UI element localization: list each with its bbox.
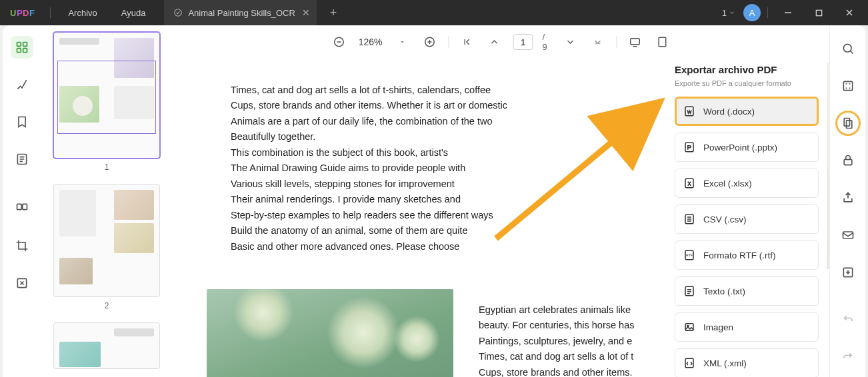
svg-rect-1 <box>816 10 821 15</box>
svg-point-0 <box>175 9 182 17</box>
zoom-dropdown-icon[interactable] <box>393 33 411 51</box>
csv-icon <box>683 213 695 225</box>
protect-button[interactable] <box>837 149 859 172</box>
compress-tool[interactable] <box>11 272 33 294</box>
export-image[interactable]: Imagen <box>675 312 819 342</box>
left-toolbar <box>3 25 41 377</box>
redo-button[interactable] <box>837 345 859 368</box>
new-tab-button[interactable]: + <box>326 6 341 20</box>
organize-tool[interactable] <box>11 197 33 220</box>
svg-rect-23 <box>685 358 693 368</box>
edit-tool[interactable] <box>11 148 33 171</box>
excel-icon <box>683 177 695 189</box>
right-toolbar <box>829 25 865 377</box>
page-number-input[interactable] <box>513 34 533 50</box>
svg-rect-8 <box>23 204 27 209</box>
crop-tool[interactable] <box>11 234 33 257</box>
export-subtitle: Exporte su PDF a cualquier formato <box>675 79 819 87</box>
undo-button[interactable] <box>837 308 859 330</box>
export-xml[interactable]: XML (.xml) <box>675 348 819 377</box>
menu-file[interactable]: Archivo <box>56 8 109 18</box>
highlight-tool[interactable] <box>11 73 33 96</box>
zoom-out-button[interactable] <box>329 33 347 51</box>
export-title: Exportar archivo PDF <box>675 64 819 75</box>
email-button[interactable] <box>837 224 859 246</box>
export-excel[interactable]: Excel (.xlsx) <box>675 169 819 198</box>
viewer-toolbar: 126% / 9 <box>329 32 671 52</box>
svg-rect-29 <box>844 159 852 165</box>
export-panel: Exportar archivo PDF Exporte su PDF a cu… <box>667 55 827 377</box>
rtf-icon: RTF <box>683 249 695 261</box>
presentation-button[interactable] <box>626 33 644 51</box>
svg-rect-5 <box>23 49 27 53</box>
save-button[interactable] <box>837 261 859 284</box>
window-maximize-icon[interactable] <box>805 0 832 25</box>
thumbnail-page-3[interactable] <box>53 322 160 369</box>
thumb-label-2: 2 <box>51 301 163 310</box>
first-page-button[interactable] <box>458 33 476 51</box>
notification-badge[interactable]: 1 <box>722 8 735 18</box>
export-word[interactable]: Word (.docx) <box>675 97 819 126</box>
thumbnail-page-2[interactable] <box>53 184 160 297</box>
search-button[interactable] <box>837 37 859 60</box>
svg-rect-21 <box>685 324 693 331</box>
image-icon <box>683 321 695 333</box>
svg-rect-2 <box>17 43 21 47</box>
thumb-label-1: 1 <box>51 163 163 172</box>
tab-close-icon[interactable]: ✕ <box>302 7 310 18</box>
prev-page-button[interactable] <box>485 33 503 51</box>
document-text-2: Egyptian art celebrates animals likebeau… <box>479 302 665 377</box>
svg-rect-4 <box>17 49 21 53</box>
titlebar: UPDF Archivo Ayuda Animal Painting Skill… <box>0 0 868 25</box>
document-photo-image <box>207 289 453 377</box>
next-page-button[interactable] <box>561 33 579 51</box>
thumbnail-page-1[interactable] <box>53 32 160 159</box>
tab-title: Animal Painting Skills_OCR <box>188 8 295 18</box>
svg-rect-3 <box>23 43 27 47</box>
document-tab[interactable]: Animal Painting Skills_OCR ✕ <box>164 0 316 25</box>
last-page-button[interactable] <box>589 33 607 51</box>
zoom-level: 126% <box>357 37 384 47</box>
text-icon <box>683 285 695 297</box>
export-powerpoint[interactable]: PowerPoint (.pptx) <box>675 133 819 162</box>
window-close-icon[interactable] <box>836 0 863 25</box>
svg-rect-13 <box>659 37 667 47</box>
ocr-button[interactable] <box>837 75 859 97</box>
user-avatar[interactable]: A <box>743 4 761 21</box>
svg-rect-7 <box>17 204 22 209</box>
svg-point-25 <box>843 44 851 52</box>
tab-file-icon <box>173 8 183 17</box>
word-icon <box>683 105 695 117</box>
powerpoint-icon <box>683 141 695 153</box>
app-logo: UPDF <box>0 8 45 18</box>
export-csv[interactable]: CSV (.csv) <box>675 204 819 234</box>
thumbnail-panel: 1 2 <box>41 25 172 377</box>
xml-icon <box>683 357 695 369</box>
zoom-in-button[interactable] <box>421 33 439 51</box>
share-button[interactable] <box>837 187 859 209</box>
svg-text:RTF: RTF <box>686 253 693 257</box>
export-rtf[interactable]: RTF Formato RTF (.rtf) <box>675 240 819 270</box>
svg-rect-26 <box>843 81 852 90</box>
thumbnails-tool[interactable] <box>11 36 33 59</box>
bookmark-tool[interactable] <box>11 111 33 133</box>
page-total: / 9 <box>543 32 552 52</box>
view-mode-button[interactable] <box>653 33 671 51</box>
export-button[interactable] <box>837 112 859 135</box>
export-text[interactable]: Texto (.txt) <box>675 276 819 306</box>
svg-rect-30 <box>843 232 853 238</box>
window-minimize-icon[interactable] <box>775 0 801 25</box>
menu-help[interactable]: Ayuda <box>109 8 158 18</box>
svg-rect-12 <box>631 39 640 45</box>
